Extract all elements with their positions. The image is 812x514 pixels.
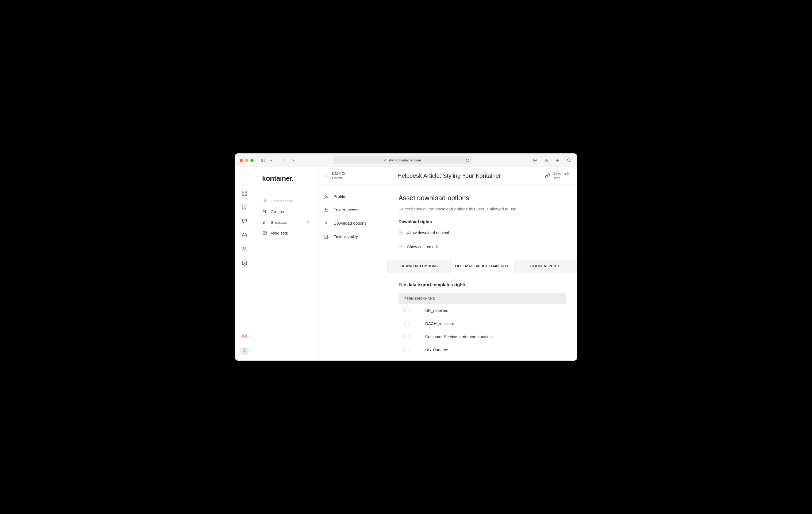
checkbox-label: Allow download original [407, 231, 449, 235]
section-subtitle: Select below all the download options th… [399, 207, 566, 212]
section-title: Asset download options [399, 194, 566, 202]
row-checkbox[interactable] [404, 307, 410, 313]
user-icon [262, 198, 267, 204]
tab-download-options[interactable]: DOWNLOAD OPTIONS [387, 260, 451, 272]
address-bar[interactable]: styling.kontainer.com [333, 156, 472, 164]
back-to-users-button[interactable]: Back to Users [324, 171, 345, 181]
approval-icon[interactable] [241, 218, 248, 224]
users-icon [262, 209, 267, 214]
svg-rect-11 [245, 191, 246, 193]
tab-client-reports[interactable]: CLIENT REPORTS [514, 260, 577, 272]
settings-icon[interactable] [241, 260, 248, 266]
browser-forward-button[interactable] [289, 157, 297, 164]
nav-label: Folder access [334, 208, 359, 212]
tabs-icon[interactable] [565, 157, 572, 164]
collapse-rail-button[interactable] [241, 171, 248, 179]
window-maximize-button[interactable] [250, 159, 254, 162]
column-name: NAME [425, 297, 560, 300]
user-icon[interactable] [241, 246, 248, 252]
sidebar-item-statistics[interactable]: Statistics [262, 217, 310, 227]
table-header: PERMISSION NAME [399, 293, 566, 304]
show-custom-edit-checkbox[interactable] [399, 244, 403, 249]
sidebar-item-user-access[interactable]: User access [262, 195, 310, 206]
lock-icon [323, 207, 329, 213]
chevron-down-icon[interactable] [267, 157, 275, 164]
chevron-down-icon [307, 220, 310, 225]
link-icon [545, 173, 550, 179]
export-tabs: DOWNLOAD OPTIONS FILE DATA EXPORT TEMPLA… [387, 260, 577, 273]
tab-file-data-export-templates[interactable]: FILE DATA EXPORT TEMPLATES [451, 260, 514, 273]
user-icon [323, 194, 329, 199]
list-icon[interactable] [241, 204, 248, 210]
sidebar-item-field-sets[interactable]: Field sets [262, 227, 310, 238]
window-close-button[interactable] [240, 159, 243, 162]
svg-point-30 [244, 350, 245, 351]
checkbox-label: Show custom edit [407, 244, 439, 249]
download-icon [323, 220, 329, 226]
address-url: styling.kontainer.com [388, 158, 421, 162]
browser-back-button[interactable] [280, 157, 287, 164]
sidebar-item-label: Statistics [271, 220, 287, 225]
svg-point-32 [263, 210, 265, 211]
svg-point-33 [265, 210, 266, 212]
current-user-avatar[interactable] [240, 347, 249, 355]
logo: kontainer. [262, 174, 310, 183]
svg-point-25 [243, 335, 245, 337]
svg-point-23 [244, 262, 245, 264]
tab-folder-access[interactable]: Folder access [323, 206, 381, 214]
nav-label: Download options [334, 221, 367, 226]
chevron-left-icon [324, 174, 328, 178]
svg-point-41 [325, 195, 327, 196]
dashboard-icon[interactable] [241, 190, 248, 196]
divider [241, 327, 248, 327]
table-row: UK_resellers [399, 304, 566, 317]
row-name: US_Partners [425, 348, 560, 352]
window-minimize-button[interactable] [245, 159, 248, 162]
sidebar-item-label: User access [271, 199, 293, 203]
browser-window: styling.kontainer.com [235, 154, 577, 360]
allow-download-original-checkbox[interactable] [399, 230, 403, 235]
row-name: UK_resellers [425, 308, 560, 313]
row-checkbox[interactable] [404, 321, 410, 326]
svg-point-17 [242, 206, 243, 206]
allow-download-original-row: Allow download original [399, 230, 566, 235]
table-row: US_Partners [399, 343, 566, 356]
templates-rights-heading: File data export templates rights [399, 282, 566, 287]
tab-download-options[interactable]: Download options [323, 219, 381, 227]
sidebar-item-label: Field sets [271, 231, 288, 235]
nav-label: Field visibility [334, 234, 358, 239]
fieldsets-icon [262, 230, 267, 236]
row-checkbox[interactable] [404, 334, 410, 339]
table-row: Customer Service_order confirmation [399, 330, 566, 343]
svg-line-28 [242, 336, 244, 337]
new-tab-icon[interactable] [554, 157, 561, 164]
page-title: Helpdesk Article: Styling Your Kontainer [398, 172, 501, 179]
bars-icon [262, 219, 267, 225]
briefcase-icon[interactable] [241, 232, 248, 238]
settings-sidebar: kontainer. User access Groups Statistics… [254, 167, 317, 360]
svg-rect-42 [325, 210, 328, 212]
help-icon[interactable] [241, 333, 248, 339]
show-custom-edit-row: Show custom edit [399, 244, 566, 249]
row-name: Customer Service_order confirmation [425, 334, 560, 339]
main-content: Helpdesk Article: Styling Your Kontainer… [387, 167, 577, 360]
reload-icon[interactable] [466, 159, 469, 162]
tab-profile[interactable]: Profile [323, 192, 381, 200]
svg-rect-0 [262, 159, 265, 162]
lock-icon [384, 159, 387, 162]
table-row: DACH_resellers [399, 317, 566, 330]
share-icon[interactable] [543, 157, 550, 164]
back-label-line2: Users [332, 176, 345, 181]
direct-link-user-button[interactable]: Direct link user [545, 171, 569, 180]
row-checkbox[interactable] [404, 347, 410, 352]
tab-field-visibility[interactable]: Field visibility [323, 233, 381, 241]
sidebar-item-groups[interactable]: Groups [262, 206, 310, 217]
svg-line-26 [242, 334, 244, 335]
nav-rail [235, 167, 254, 360]
downloads-icon[interactable] [531, 157, 539, 164]
sidebar-toggle-icon[interactable] [259, 157, 267, 164]
svg-rect-12 [242, 194, 244, 195]
row-name: DACH_resellers [425, 321, 560, 326]
svg-line-29 [245, 336, 246, 337]
svg-rect-20 [242, 234, 246, 237]
